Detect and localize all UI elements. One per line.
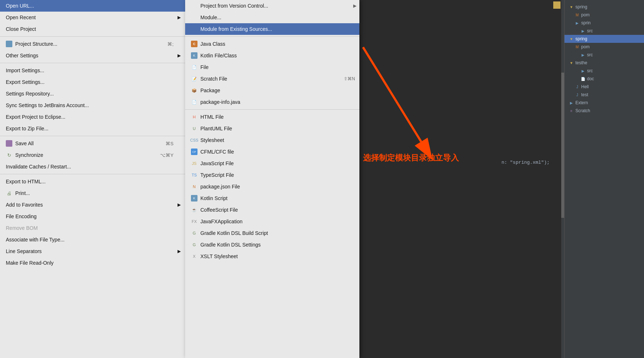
menu-item-package-json[interactable]: N package.json File bbox=[185, 181, 359, 192]
tree-item-spring2[interactable]: ▼ spring bbox=[564, 35, 644, 43]
menu-item-label: CFML/CFC file bbox=[200, 149, 234, 155]
menu-item-label: Project from Version Control... bbox=[200, 3, 268, 9]
menu-item-label: Module... bbox=[200, 15, 221, 20]
tree-item-hell[interactable]: J Hell bbox=[564, 83, 644, 91]
menu-item-settings-repo[interactable]: Settings Repository... bbox=[0, 88, 185, 99]
tree-item-pom1[interactable]: M pom bbox=[564, 11, 644, 19]
scratch-label: Scratch bbox=[575, 108, 590, 113]
menu-item-label: CoffeeScript File bbox=[200, 207, 238, 213]
src-icon3: ▶ bbox=[580, 68, 586, 73]
menu-item-other-settings[interactable]: Other Settings ▶ bbox=[0, 50, 185, 61]
menu-item-label: Remove BOM bbox=[6, 225, 38, 231]
tree-item-src2[interactable]: ▶ src bbox=[564, 51, 644, 59]
menu-item-scratch-file[interactable]: 📝 Scratch File ⇧⌘N bbox=[185, 73, 359, 85]
menu-item-file-encoding[interactable]: File Encoding bbox=[0, 211, 185, 222]
tree-item-scratch[interactable]: ≡ Scratch bbox=[564, 107, 644, 115]
menu-item-package[interactable]: 📦 Package bbox=[185, 85, 359, 96]
tree-item-module1[interactable]: ▶ sprin bbox=[564, 19, 644, 27]
menu-item-label: Make File Read-Only bbox=[6, 260, 54, 266]
menu-item-label: Settings Repository... bbox=[6, 91, 54, 97]
kotlin-icon: K bbox=[191, 52, 197, 59]
menu-item-label: Stylesheet bbox=[200, 137, 224, 143]
menu-item-kotlin-script[interactable]: K Kotlin Script bbox=[185, 192, 359, 204]
html-icon: H bbox=[191, 114, 197, 120]
tree-item-pom2[interactable]: M pom bbox=[564, 43, 644, 51]
new-submenu: Project from Version Control... ▶ Module… bbox=[185, 0, 359, 358]
tree-item-testhe[interactable]: ▼ testhe bbox=[564, 59, 644, 67]
menu-item-save-all[interactable]: Save All ⌘S bbox=[0, 138, 185, 149]
menu-item-remove-bom[interactable]: Remove BOM bbox=[0, 222, 185, 234]
tree-label: pom bbox=[581, 12, 590, 17]
menu-item-label: JavaScript File bbox=[200, 160, 234, 166]
menu-item-label: Other Settings bbox=[6, 53, 38, 58]
menu-item-kotlin-class[interactable]: K Kotlin File/Class bbox=[185, 50, 359, 61]
menu-item-export-eclipse[interactable]: Export Project to Eclipse... bbox=[0, 111, 185, 123]
code-area: n: "spring.xml"); bbox=[501, 160, 550, 165]
tree-item-src3[interactable]: ▶ src bbox=[564, 67, 644, 75]
menu-item-label: Synchronize bbox=[15, 152, 43, 158]
menu-item-read-only[interactable]: Make File Read-Only bbox=[0, 257, 185, 269]
menu-item-print[interactable]: 🖨 Print... bbox=[0, 187, 185, 199]
save-icon bbox=[6, 140, 12, 147]
menu-item-open-recent[interactable]: Open Recent ▶ bbox=[0, 12, 185, 23]
tree-item-spring1[interactable]: ▼ spring bbox=[564, 3, 644, 11]
shortcut: ⇧⌘N bbox=[344, 76, 355, 81]
menu-item-file[interactable]: 📄 File bbox=[185, 61, 359, 73]
tree-item-doc[interactable]: 📄 doc bbox=[564, 75, 644, 83]
menu-item-cfml[interactable]: CF CFML/CFC file bbox=[185, 146, 359, 158]
tree-item-extern[interactable]: ▶ Extern bbox=[564, 99, 644, 107]
menu-item-package-info[interactable]: 📄 package-info.java bbox=[185, 96, 359, 108]
menu-item-invalidate-caches[interactable]: Invalidate Caches / Restart... bbox=[0, 161, 185, 172]
menu-item-synchronize[interactable]: ↻ Synchronize ⌥⌘Y bbox=[0, 149, 185, 161]
menu-item-plantuml[interactable]: U PlantUML File bbox=[185, 123, 359, 134]
tree-label: sprin bbox=[581, 20, 591, 25]
shortcut: ⌥⌘Y bbox=[160, 152, 174, 158]
menu-item-add-favorites[interactable]: Add to Favorites ▶ bbox=[0, 199, 185, 211]
menu-item-label: Scratch File bbox=[200, 76, 227, 82]
menu-item-export-settings[interactable]: Export Settings... bbox=[0, 76, 185, 88]
tree-label: doc bbox=[587, 76, 594, 81]
tree-label: spring bbox=[575, 36, 587, 41]
menu-item-export-zip[interactable]: Export to Zip File... bbox=[0, 123, 185, 134]
coffee-icon: ☕ bbox=[191, 207, 197, 213]
menu-item-import-settings[interactable]: Import Settings... bbox=[0, 65, 185, 76]
menu-item-js[interactable]: JS JavaScript File bbox=[185, 158, 359, 169]
menu-item-project-vcs[interactable]: Project from Version Control... ▶ bbox=[185, 0, 359, 12]
menu-item-module-existing[interactable]: Module from Existing Sources... bbox=[185, 23, 359, 35]
menu-item-label: File bbox=[200, 64, 209, 70]
tree-label: pom bbox=[581, 44, 590, 49]
menu-item-javafx[interactable]: FX JavaFXApplication bbox=[185, 216, 359, 227]
folder-open-icon2: ▼ bbox=[569, 36, 574, 41]
menu-item-label: package-info.java bbox=[200, 99, 240, 105]
tree-item-src1[interactable]: ▶ src bbox=[564, 27, 644, 35]
menu-item-java-class[interactable]: C Java Class bbox=[185, 38, 359, 50]
menu-item-label: Sync Settings to JetBrains Account... bbox=[6, 102, 89, 108]
menu-item-module[interactable]: Module... bbox=[185, 12, 359, 23]
menu-item-html[interactable]: H HTML File bbox=[185, 111, 359, 123]
menu-item-project-structure[interactable]: Project Structure... ⌘; bbox=[0, 38, 185, 50]
scrollbar-track[interactable] bbox=[561, 0, 564, 358]
menu-item-sync-settings[interactable]: Sync Settings to JetBrains Account... bbox=[0, 99, 185, 111]
menu-item-gradle-settings[interactable]: G Gradle Kotlin DSL Settings bbox=[185, 239, 359, 251]
menu-item-coffeescript[interactable]: ☕ CoffeeScript File bbox=[185, 204, 359, 216]
menu-item-export-html[interactable]: Export to HTML... bbox=[0, 176, 185, 187]
menu-item-label: Add to Favorites bbox=[6, 202, 43, 208]
menu-item-label: Invalidate Caches / Restart... bbox=[6, 164, 71, 170]
menu-item-ts[interactable]: TS TypeScript File bbox=[185, 169, 359, 181]
menu-item-stylesheet[interactable]: CSS Stylesheet bbox=[185, 134, 359, 146]
menu-item-close-project[interactable]: Close Project bbox=[0, 23, 185, 35]
css-icon: CSS bbox=[191, 137, 197, 143]
menu-item-xslt[interactable]: X XSLT Stylesheet bbox=[185, 251, 359, 262]
menu-item-gradle-build[interactable]: G Gradle Kotlin DSL Build Script bbox=[185, 227, 359, 239]
menu-item-label: Export Settings... bbox=[6, 79, 45, 85]
menu-item-line-separators[interactable]: Line Separators ▶ bbox=[0, 245, 185, 257]
submenu-arrow: ▶ bbox=[178, 249, 181, 254]
shortcut: ⌘; bbox=[167, 41, 174, 47]
menu-item-label: Kotlin Script bbox=[200, 195, 228, 201]
tree-item-test[interactable]: J test bbox=[564, 91, 644, 99]
scrollbar-thumb[interactable] bbox=[561, 73, 564, 218]
menu-item-associate-file-type[interactable]: Associate with File Type... bbox=[0, 234, 185, 245]
menu-item-open-url[interactable]: Open URL... bbox=[0, 0, 185, 12]
pom-icon: M bbox=[575, 12, 580, 17]
menu-item-label: Import Settings... bbox=[6, 68, 44, 73]
